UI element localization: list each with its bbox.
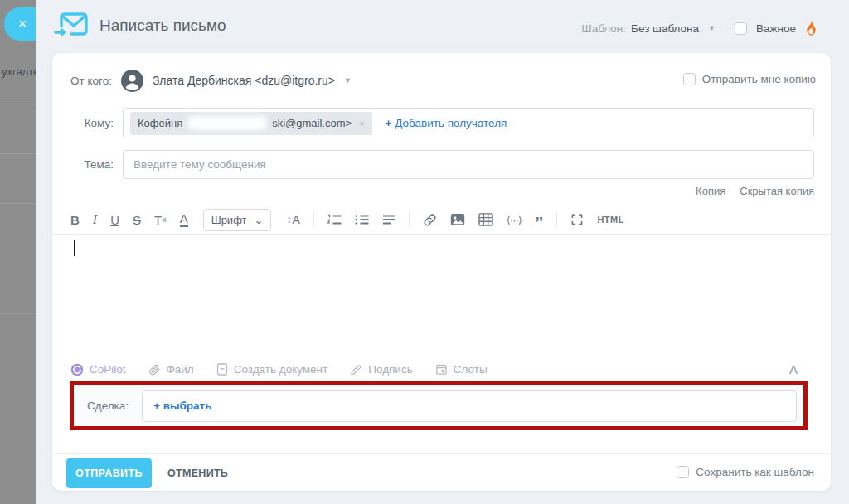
bold-button[interactable]: B bbox=[70, 214, 80, 226]
recipient-chip-name: Кофейня bbox=[138, 117, 182, 129]
send-me-copy-label: Отправить мне копию bbox=[702, 73, 816, 85]
paperclip-icon bbox=[148, 363, 161, 376]
bullet-list-button[interactable] bbox=[355, 214, 369, 225]
html-mode-button[interactable]: HTML bbox=[597, 216, 624, 225]
pen-icon bbox=[350, 363, 362, 376]
signature-button[interactable]: Подпись bbox=[350, 363, 412, 376]
save-as-template-label: Сохранить как шаблон bbox=[696, 466, 814, 478]
save-as-template-checkbox[interactable] bbox=[677, 466, 689, 478]
toolbar-divider bbox=[556, 212, 557, 227]
footer-divider bbox=[52, 453, 831, 454]
flame-icon bbox=[805, 21, 817, 36]
template-label: Шаблон: bbox=[581, 22, 626, 35]
font-select-value: Шрифт bbox=[211, 214, 247, 226]
recipient-chip-email: ski@gmail.com> bbox=[272, 117, 352, 129]
clear-formatting-button[interactable]: Tx bbox=[154, 214, 167, 226]
annotation-highlight-box: Сделка: + выбрать bbox=[70, 381, 808, 430]
formatting-toolbar: B I U S Tx A Шрифт ⌄ ↕A bbox=[52, 206, 831, 235]
dimmed-background-page: ухгалте bbox=[0, 0, 36, 504]
cc-link[interactable]: Копия bbox=[696, 185, 725, 197]
deal-choose-link[interactable]: + выбрать bbox=[153, 400, 211, 412]
background-row-divider bbox=[0, 203, 36, 204]
attachments-actions-row: CoPilot Файл Создать документ bbox=[70, 362, 798, 376]
background-row-divider bbox=[0, 313, 36, 314]
copilot-label: CoPilot bbox=[90, 363, 126, 376]
create-document-label: Создать документ bbox=[234, 363, 328, 376]
blockquote-button[interactable]: ” bbox=[535, 214, 544, 231]
create-document-button[interactable]: Создать документ bbox=[216, 363, 328, 376]
attach-file-label: Файл bbox=[167, 363, 194, 376]
sender-dropdown-caret-icon[interactable]: ▼ bbox=[344, 76, 352, 85]
close-modal-button[interactable]: × bbox=[4, 7, 36, 41]
deal-label: Сделка: bbox=[87, 400, 135, 412]
copilot-button[interactable]: CoPilot bbox=[70, 363, 126, 376]
insert-code-button[interactable]: ⟨···⟩ bbox=[507, 215, 522, 225]
text-cursor bbox=[74, 240, 75, 256]
template-dropdown-caret-icon[interactable]: ▼ bbox=[708, 24, 716, 32]
remove-recipient-icon[interactable]: × bbox=[359, 119, 364, 128]
document-icon bbox=[216, 363, 228, 376]
compose-form-card: От кого: Злата Дербинская <dzu@itgro.ru>… bbox=[52, 53, 831, 491]
bcc-link[interactable]: Скрытая копия bbox=[740, 185, 814, 197]
plus-icon: + bbox=[386, 117, 392, 129]
strikethrough-button[interactable]: S bbox=[133, 214, 141, 226]
recipients-input[interactable]: Кофейня ski@gmail.com> × + Добавить полу… bbox=[123, 108, 814, 138]
sender-name-email[interactable]: Злата Дербинская <dzu@itgro.ru> bbox=[153, 74, 335, 87]
font-size-button[interactable]: ↕A bbox=[286, 214, 299, 225]
sender-avatar bbox=[121, 70, 143, 92]
font-select-caret-icon: ⌄ bbox=[255, 214, 264, 226]
send-me-copy-checkbox[interactable] bbox=[683, 73, 696, 85]
text-color-button[interactable]: A bbox=[180, 212, 188, 227]
from-label: От кого: bbox=[70, 75, 112, 87]
redacted-text bbox=[187, 116, 267, 130]
slots-button[interactable]: Слоты bbox=[435, 363, 488, 376]
background-row-divider bbox=[0, 153, 36, 154]
subject-input[interactable] bbox=[132, 158, 805, 172]
send-button[interactable]: ОТПРАВИТЬ bbox=[66, 458, 152, 488]
toolbar-divider bbox=[409, 212, 410, 227]
background-sidebar-text: ухгалте bbox=[2, 65, 39, 78]
slots-label: Слоты bbox=[454, 363, 488, 376]
italic-button[interactable]: I bbox=[93, 213, 97, 226]
compose-email-modal: Написать письмо Шаблон: Без шаблона ▼ Ва… bbox=[36, 0, 849, 504]
save-as-template-option[interactable]: Сохранить как шаблон bbox=[677, 466, 814, 478]
send-me-copy-option[interactable]: Отправить мне копию bbox=[683, 73, 816, 85]
add-recipient-label: Добавить получателя bbox=[395, 117, 507, 129]
underline-button[interactable]: U bbox=[110, 214, 119, 226]
page-title: Написать письмо bbox=[99, 17, 226, 35]
signature-label: Подпись bbox=[368, 363, 412, 376]
background-row-divider bbox=[0, 104, 36, 104]
subject-label: Тема: bbox=[70, 158, 114, 171]
compose-envelope-icon bbox=[54, 12, 89, 46]
align-button[interactable] bbox=[382, 214, 395, 225]
toolbar-divider bbox=[313, 212, 314, 227]
header-divider bbox=[725, 19, 725, 37]
recipient-chip[interactable]: Кофейня ski@gmail.com> × bbox=[130, 112, 372, 135]
cancel-button[interactable]: ОТМЕНИТЬ bbox=[167, 468, 228, 479]
insert-image-button[interactable] bbox=[450, 213, 465, 226]
deal-select-field[interactable]: + выбрать bbox=[142, 390, 797, 422]
ordered-list-button[interactable] bbox=[327, 214, 342, 225]
important-checkbox[interactable] bbox=[735, 22, 747, 35]
attach-file-button[interactable]: Файл bbox=[148, 363, 194, 376]
copilot-icon bbox=[70, 363, 84, 376]
message-body-editor[interactable] bbox=[52, 235, 831, 360]
close-icon: × bbox=[18, 16, 27, 32]
important-label: Важное bbox=[756, 22, 796, 35]
calendar-slots-icon bbox=[435, 363, 448, 376]
insert-table-button[interactable] bbox=[478, 213, 493, 226]
add-recipient-link[interactable]: + Добавить получателя bbox=[386, 117, 507, 129]
fullscreen-button[interactable] bbox=[570, 213, 584, 226]
font-family-select[interactable]: Шрифт ⌄ bbox=[203, 209, 272, 231]
resize-handle[interactable]: A bbox=[789, 362, 798, 376]
to-label: Кому: bbox=[70, 117, 114, 129]
template-selected-value[interactable]: Без шаблона bbox=[631, 22, 699, 35]
insert-link-button[interactable] bbox=[423, 213, 437, 227]
